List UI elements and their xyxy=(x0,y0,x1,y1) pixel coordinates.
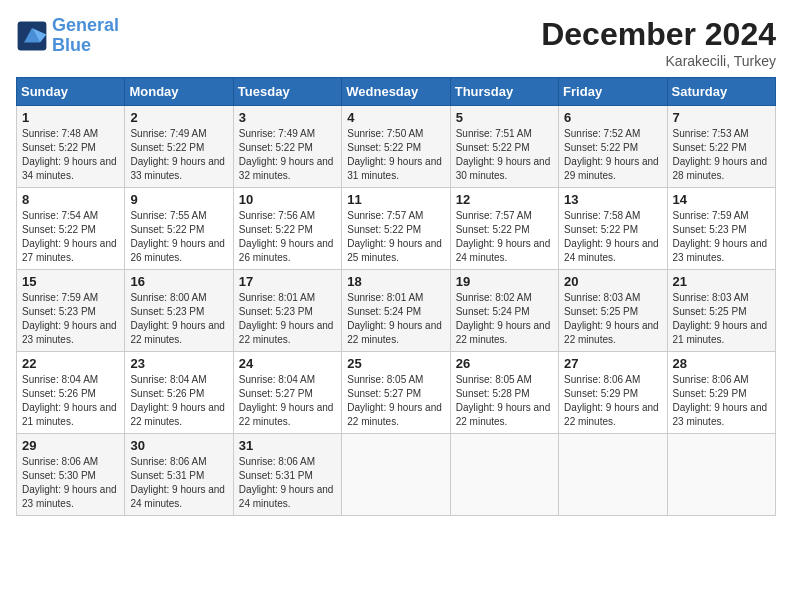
day-info: Sunrise: 7:54 AMSunset: 5:22 PMDaylight:… xyxy=(22,209,119,265)
calendar-week-row: 22Sunrise: 8:04 AMSunset: 5:26 PMDayligh… xyxy=(17,352,776,434)
day-number: 16 xyxy=(130,274,227,289)
calendar-cell: 29Sunrise: 8:06 AMSunset: 5:30 PMDayligh… xyxy=(17,434,125,516)
calendar-cell: 19Sunrise: 8:02 AMSunset: 5:24 PMDayligh… xyxy=(450,270,558,352)
calendar-cell xyxy=(667,434,775,516)
calendar-cell: 3Sunrise: 7:49 AMSunset: 5:22 PMDaylight… xyxy=(233,106,341,188)
page-header: General Blue December 2024 Karakecili, T… xyxy=(16,16,776,69)
day-number: 3 xyxy=(239,110,336,125)
day-info: Sunrise: 8:04 AMSunset: 5:26 PMDaylight:… xyxy=(22,373,119,429)
day-info: Sunrise: 7:49 AMSunset: 5:22 PMDaylight:… xyxy=(239,127,336,183)
day-number: 21 xyxy=(673,274,770,289)
day-number: 7 xyxy=(673,110,770,125)
day-info: Sunrise: 8:03 AMSunset: 5:25 PMDaylight:… xyxy=(564,291,661,347)
day-number: 20 xyxy=(564,274,661,289)
day-number: 13 xyxy=(564,192,661,207)
weekday-header-cell: Sunday xyxy=(17,78,125,106)
day-number: 31 xyxy=(239,438,336,453)
day-info: Sunrise: 7:49 AMSunset: 5:22 PMDaylight:… xyxy=(130,127,227,183)
weekday-header-cell: Friday xyxy=(559,78,667,106)
day-number: 15 xyxy=(22,274,119,289)
calendar-cell: 17Sunrise: 8:01 AMSunset: 5:23 PMDayligh… xyxy=(233,270,341,352)
day-info: Sunrise: 8:05 AMSunset: 5:28 PMDaylight:… xyxy=(456,373,553,429)
calendar-cell: 5Sunrise: 7:51 AMSunset: 5:22 PMDaylight… xyxy=(450,106,558,188)
day-info: Sunrise: 8:00 AMSunset: 5:23 PMDaylight:… xyxy=(130,291,227,347)
weekday-header-cell: Saturday xyxy=(667,78,775,106)
day-info: Sunrise: 8:04 AMSunset: 5:26 PMDaylight:… xyxy=(130,373,227,429)
day-info: Sunrise: 7:56 AMSunset: 5:22 PMDaylight:… xyxy=(239,209,336,265)
weekday-header-cell: Thursday xyxy=(450,78,558,106)
day-info: Sunrise: 7:48 AMSunset: 5:22 PMDaylight:… xyxy=(22,127,119,183)
calendar-cell: 30Sunrise: 8:06 AMSunset: 5:31 PMDayligh… xyxy=(125,434,233,516)
day-number: 23 xyxy=(130,356,227,371)
logo-icon xyxy=(16,20,48,52)
day-number: 5 xyxy=(456,110,553,125)
day-info: Sunrise: 8:05 AMSunset: 5:27 PMDaylight:… xyxy=(347,373,444,429)
calendar-table: SundayMondayTuesdayWednesdayThursdayFrid… xyxy=(16,77,776,516)
day-info: Sunrise: 8:06 AMSunset: 5:31 PMDaylight:… xyxy=(130,455,227,511)
logo: General Blue xyxy=(16,16,119,56)
calendar-cell: 18Sunrise: 8:01 AMSunset: 5:24 PMDayligh… xyxy=(342,270,450,352)
day-info: Sunrise: 8:06 AMSunset: 5:30 PMDaylight:… xyxy=(22,455,119,511)
day-number: 6 xyxy=(564,110,661,125)
day-number: 1 xyxy=(22,110,119,125)
calendar-cell: 9Sunrise: 7:55 AMSunset: 5:22 PMDaylight… xyxy=(125,188,233,270)
calendar-cell xyxy=(450,434,558,516)
day-number: 11 xyxy=(347,192,444,207)
calendar-cell: 1Sunrise: 7:48 AMSunset: 5:22 PMDaylight… xyxy=(17,106,125,188)
day-number: 30 xyxy=(130,438,227,453)
day-number: 12 xyxy=(456,192,553,207)
calendar-cell: 24Sunrise: 8:04 AMSunset: 5:27 PMDayligh… xyxy=(233,352,341,434)
day-info: Sunrise: 8:02 AMSunset: 5:24 PMDaylight:… xyxy=(456,291,553,347)
calendar-week-row: 29Sunrise: 8:06 AMSunset: 5:30 PMDayligh… xyxy=(17,434,776,516)
calendar-cell: 11Sunrise: 7:57 AMSunset: 5:22 PMDayligh… xyxy=(342,188,450,270)
calendar-cell: 14Sunrise: 7:59 AMSunset: 5:23 PMDayligh… xyxy=(667,188,775,270)
calendar-cell: 10Sunrise: 7:56 AMSunset: 5:22 PMDayligh… xyxy=(233,188,341,270)
calendar-cell: 23Sunrise: 8:04 AMSunset: 5:26 PMDayligh… xyxy=(125,352,233,434)
calendar-cell: 8Sunrise: 7:54 AMSunset: 5:22 PMDaylight… xyxy=(17,188,125,270)
day-number: 29 xyxy=(22,438,119,453)
calendar-header: SundayMondayTuesdayWednesdayThursdayFrid… xyxy=(17,78,776,106)
calendar-cell: 31Sunrise: 8:06 AMSunset: 5:31 PMDayligh… xyxy=(233,434,341,516)
day-info: Sunrise: 7:57 AMSunset: 5:22 PMDaylight:… xyxy=(456,209,553,265)
day-info: Sunrise: 7:50 AMSunset: 5:22 PMDaylight:… xyxy=(347,127,444,183)
day-number: 4 xyxy=(347,110,444,125)
day-info: Sunrise: 8:06 AMSunset: 5:29 PMDaylight:… xyxy=(564,373,661,429)
day-info: Sunrise: 7:59 AMSunset: 5:23 PMDaylight:… xyxy=(673,209,770,265)
calendar-body: 1Sunrise: 7:48 AMSunset: 5:22 PMDaylight… xyxy=(17,106,776,516)
day-info: Sunrise: 8:04 AMSunset: 5:27 PMDaylight:… xyxy=(239,373,336,429)
day-info: Sunrise: 7:59 AMSunset: 5:23 PMDaylight:… xyxy=(22,291,119,347)
day-info: Sunrise: 7:51 AMSunset: 5:22 PMDaylight:… xyxy=(456,127,553,183)
weekday-header-cell: Tuesday xyxy=(233,78,341,106)
weekday-header-row: SundayMondayTuesdayWednesdayThursdayFrid… xyxy=(17,78,776,106)
day-info: Sunrise: 8:03 AMSunset: 5:25 PMDaylight:… xyxy=(673,291,770,347)
day-number: 27 xyxy=(564,356,661,371)
day-info: Sunrise: 8:01 AMSunset: 5:23 PMDaylight:… xyxy=(239,291,336,347)
calendar-cell: 27Sunrise: 8:06 AMSunset: 5:29 PMDayligh… xyxy=(559,352,667,434)
calendar-cell: 15Sunrise: 7:59 AMSunset: 5:23 PMDayligh… xyxy=(17,270,125,352)
day-info: Sunrise: 7:58 AMSunset: 5:22 PMDaylight:… xyxy=(564,209,661,265)
day-number: 8 xyxy=(22,192,119,207)
calendar-week-row: 8Sunrise: 7:54 AMSunset: 5:22 PMDaylight… xyxy=(17,188,776,270)
day-info: Sunrise: 8:06 AMSunset: 5:31 PMDaylight:… xyxy=(239,455,336,511)
calendar-cell xyxy=(559,434,667,516)
calendar-cell: 16Sunrise: 8:00 AMSunset: 5:23 PMDayligh… xyxy=(125,270,233,352)
calendar-cell: 25Sunrise: 8:05 AMSunset: 5:27 PMDayligh… xyxy=(342,352,450,434)
calendar-cell: 2Sunrise: 7:49 AMSunset: 5:22 PMDaylight… xyxy=(125,106,233,188)
month-title: December 2024 xyxy=(541,16,776,53)
calendar-cell: 13Sunrise: 7:58 AMSunset: 5:22 PMDayligh… xyxy=(559,188,667,270)
day-number: 22 xyxy=(22,356,119,371)
day-number: 24 xyxy=(239,356,336,371)
day-number: 14 xyxy=(673,192,770,207)
title-area: December 2024 Karakecili, Turkey xyxy=(541,16,776,69)
calendar-cell: 20Sunrise: 8:03 AMSunset: 5:25 PMDayligh… xyxy=(559,270,667,352)
day-info: Sunrise: 7:55 AMSunset: 5:22 PMDaylight:… xyxy=(130,209,227,265)
calendar-cell xyxy=(342,434,450,516)
day-info: Sunrise: 8:06 AMSunset: 5:29 PMDaylight:… xyxy=(673,373,770,429)
day-info: Sunrise: 7:53 AMSunset: 5:22 PMDaylight:… xyxy=(673,127,770,183)
day-number: 19 xyxy=(456,274,553,289)
calendar-cell: 28Sunrise: 8:06 AMSunset: 5:29 PMDayligh… xyxy=(667,352,775,434)
calendar-cell: 22Sunrise: 8:04 AMSunset: 5:26 PMDayligh… xyxy=(17,352,125,434)
calendar-cell: 26Sunrise: 8:05 AMSunset: 5:28 PMDayligh… xyxy=(450,352,558,434)
weekday-header-cell: Monday xyxy=(125,78,233,106)
calendar-cell: 21Sunrise: 8:03 AMSunset: 5:25 PMDayligh… xyxy=(667,270,775,352)
